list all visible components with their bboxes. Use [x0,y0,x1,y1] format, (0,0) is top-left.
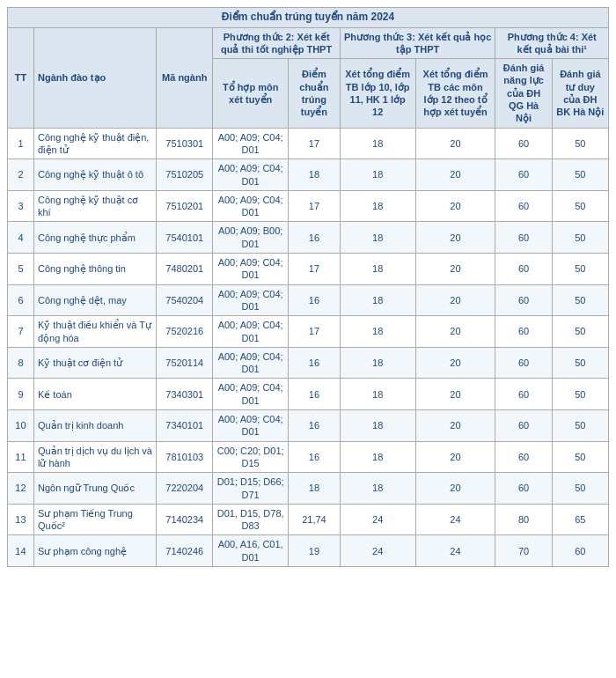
cell-pt2-diem: 16 [288,284,340,316]
cell-pt4-td: 50 [552,379,608,410]
cell-nganh: Kế toán [33,379,156,410]
cell-nganh: Kỹ thuật cơ điện tử [33,347,156,379]
cell-nganh: Công nghệ kỹ thuật ô tô [33,159,156,191]
header-pt2: Phương thức 2: Xét kết quả thi tốt nghiệ… [213,27,341,59]
cell-pt4-td: 50 [552,347,608,379]
table-row: 11Quản trị dịch vụ du lịch và lữ hành781… [8,441,609,473]
cell-pt4-td: 50 [552,190,608,222]
cell-pt4-nl: 60 [495,284,552,316]
cell-pt4-nl: 60 [495,441,552,473]
cell-pt2-diem: 16 [288,410,340,442]
cell-pt2-diem: 17 [288,316,340,348]
header-pt2-diem: Điểm chuẩn trúng tuyển [288,59,340,128]
cell-nganh: Công nghệ thực phẩm [33,222,156,254]
cell-nganh: Quản trị kinh doanh [33,410,156,442]
cell-nganh: Công nghệ thông tin [33,254,156,285]
cell-ma: 7340301 [157,379,213,410]
cell-pt3-tong: 20 [415,347,495,379]
cell-pt3-tb: 18 [340,190,415,222]
header-pt3: Phương thức 3: Xét kết quả học tập THPT [340,27,495,59]
cell-pt2-diem: 17 [288,190,340,222]
cell-pt3-tb: 18 [340,254,415,285]
header-pt3-tb: Xét tổng điểm TB lớp 10, lớp 11, HK 1 lớ… [340,59,415,128]
cell-pt3-tb: 24 [340,535,415,567]
cell-pt4-nl: 60 [495,128,552,159]
table-main-title: Điểm chuẩn trúng tuyển năm 2024 [8,8,609,28]
cell-ma: 7510301 [157,128,213,159]
cell-pt3-tong: 20 [415,159,495,191]
cell-pt2-diem: 18 [288,159,340,191]
cell-pt4-nl: 70 [495,535,552,567]
cell-ma: 7140234 [157,504,213,535]
cell-pt2-diem: 16 [288,379,340,410]
cell-tt: 4 [8,222,34,254]
cell-pt4-nl: 60 [495,190,552,222]
main-wrapper: Điểm chuẩn trúng tuyển năm 2024 TT Ngành… [0,0,616,574]
cell-pt3-tb: 18 [340,284,415,316]
cell-pt4-nl: 60 [495,222,552,254]
cell-pt3-tong: 24 [415,535,495,567]
cell-pt4-td: 60 [552,535,608,567]
cell-tohop: A00; A09; C04; D01 [213,190,289,222]
table-row: 6Công nghệ dệt, may7540204A00; A09; C04;… [8,284,609,316]
cell-pt3-tb: 18 [340,347,415,379]
cell-pt4-td: 50 [552,316,608,348]
cell-tohop: A00; A09; C04; D01 [213,379,289,410]
table-row: 5Công nghệ thông tin7480201A00; A09; C04… [8,254,609,285]
cell-tohop: A00; A09; B00; D01 [213,222,289,254]
header-pt2-tohop: Tổ hợp môn xét tuyển [213,59,289,128]
cell-tohop: A00; A09; C04; D01 [213,128,289,159]
cell-tt: 13 [8,504,34,535]
cell-ma: 7140246 [157,535,213,567]
cell-pt3-tb: 18 [340,441,415,473]
cell-tt: 14 [8,535,34,567]
cell-nganh: Công nghệ dệt, may [33,284,156,316]
cell-pt3-tb: 18 [340,473,415,505]
cell-tohop: A00; A09; C04; D01 [213,347,289,379]
table-row: 10Quản trị kinh doanh7340101A00; A09; C0… [8,410,609,442]
cell-pt4-nl: 60 [495,473,552,505]
cell-tohop: D01, D15, D78, D83 [213,504,289,535]
cell-pt4-td: 50 [552,159,608,191]
cell-tt: 1 [8,128,34,159]
cell-pt3-tong: 20 [415,222,495,254]
cell-tt: 9 [8,379,34,410]
header-pt3-tong: Xét tổng điểm TB các môn lớp 12 theo tổ … [415,59,495,128]
cell-pt3-tb: 18 [340,222,415,254]
table-row: 13Sư phạm Tiếng Trung Quốc²7140234D01, D… [8,504,609,535]
table-row: 4Công nghệ thực phẩm7540101A00; A09; B00… [8,222,609,254]
cell-pt2-diem: 19 [288,535,340,567]
cell-pt4-nl: 60 [495,347,552,379]
cell-ma: 7520114 [157,347,213,379]
cell-tohop: A00; A09; C04; D01 [213,316,289,348]
cell-ma: 7340101 [157,410,213,442]
table-body: 1Công nghệ kỹ thuật điện, điện tử7510301… [8,128,609,566]
cell-tt: 6 [8,284,34,316]
cell-pt4-nl: 60 [495,159,552,191]
cell-pt2-diem: 16 [288,347,340,379]
cell-pt3-tong: 20 [415,284,495,316]
table-row: 8Kỹ thuật cơ điện tử7520114A00; A09; C04… [8,347,609,379]
header-ma: Mã ngành [157,27,213,128]
cell-ma: 7810103 [157,441,213,473]
cell-tohop: A00; A09; C04; D01 [213,284,289,316]
cell-tt: 8 [8,347,34,379]
cell-pt3-tong: 20 [415,410,495,442]
admission-table: Điểm chuẩn trúng tuyển năm 2024 TT Ngành… [7,7,609,567]
cell-tt: 3 [8,190,34,222]
cell-pt4-td: 50 [552,254,608,285]
table-row: 9Kế toán7340301A00; A09; C04; D011618206… [8,379,609,410]
cell-pt4-nl: 60 [495,316,552,348]
cell-pt4-td: 50 [552,473,608,505]
cell-tt: 11 [8,441,34,473]
table-row: 12Ngôn ngữ Trung Quốc7220204D01; D15; D6… [8,473,609,505]
cell-tt: 5 [8,254,34,285]
cell-pt3-tb: 18 [340,379,415,410]
cell-pt3-tb: 18 [340,159,415,191]
cell-pt3-tb: 24 [340,504,415,535]
header-pt4-nl: Đánh giá năng lực của ĐH QG Hà Nội [495,59,552,128]
cell-tohop: C00; C20; D01; D15 [213,441,289,473]
table-row: 7Kỹ thuật điều khiển và Tự động hóa75202… [8,316,609,348]
cell-pt3-tong: 20 [415,254,495,285]
cell-tt: 10 [8,410,34,442]
